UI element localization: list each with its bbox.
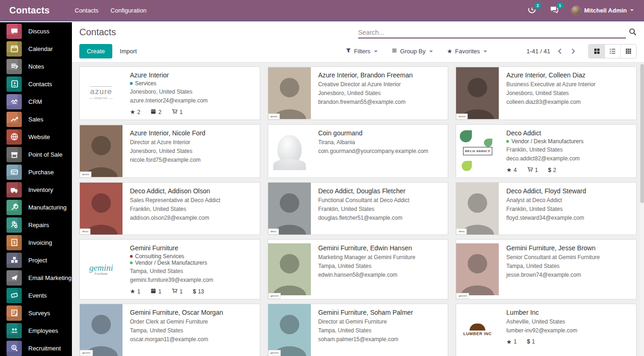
grid-view-button[interactable] bbox=[620, 44, 636, 58]
contact-email[interactable]: lumber-inv92@example.com bbox=[506, 326, 632, 335]
sidebar-item-website[interactable]: Website bbox=[0, 128, 72, 146]
scrollbar[interactable] bbox=[640, 64, 644, 356]
contact-email[interactable]: azure.Interior24@example.com bbox=[130, 96, 256, 105]
favorites-dropdown[interactable]: ★ Favorites bbox=[447, 48, 487, 55]
badge-dollar[interactable]: $13 bbox=[193, 288, 204, 295]
user-menu[interactable]: Mitchell Admin bbox=[571, 6, 634, 15]
contact-name[interactable]: Gemini Furniture, Edwin Hansen bbox=[318, 244, 444, 252]
top-menu-item-configuration[interactable]: Configuration bbox=[110, 7, 146, 14]
contact-email[interactable]: coin.gourmand@yourcompany.example.com bbox=[318, 147, 444, 156]
search-input[interactable] bbox=[358, 29, 626, 36]
sidebar-item-project[interactable]: Project bbox=[0, 251, 72, 269]
sidebar-item-invoicing[interactable]: $Invoicing bbox=[0, 234, 72, 251]
contact-name[interactable]: Azure Interior, Colleen Diaz bbox=[506, 71, 632, 79]
contact-card-deco-addict-douglas-fletcher[interactable]: deco Deco Addict, Douglas Fletcher Funct… bbox=[268, 182, 449, 235]
sidebar-item-inventory[interactable]: Inventory bbox=[0, 181, 72, 198]
badge-calendar[interactable]: 2 bbox=[150, 108, 161, 116]
sidebar-item-notes[interactable]: Notes bbox=[0, 57, 72, 75]
contact-name[interactable]: Deco Addict, Douglas Fletcher bbox=[318, 187, 444, 195]
sidebar-item-manufacturing[interactable]: Manufacturing bbox=[0, 198, 72, 216]
contact-email[interactable]: soham.palmer15@example.com bbox=[318, 335, 444, 344]
activity-icon[interactable]: 2 bbox=[527, 5, 537, 15]
contact-name[interactable]: Azure Interior, Brandon Freeman bbox=[318, 71, 444, 79]
sidebar-item-calendar[interactable]: Calendar bbox=[0, 40, 72, 57]
badge-row: ★1$1 bbox=[506, 338, 632, 345]
contact-name[interactable]: Deco Addict bbox=[506, 129, 632, 137]
sidebar-item-repairs[interactable]: Repairs bbox=[0, 216, 72, 234]
contact-card-deco-addict-addison-olson[interactable]: deco Deco Addict, Addison Olson Sales Re… bbox=[79, 182, 260, 235]
contact-name[interactable]: Coin gourmand bbox=[318, 129, 444, 137]
kanban-view-button[interactable] bbox=[589, 44, 605, 58]
contact-card-gemini-furniture-jesse-brown[interactable]: gemini Gemini Furniture, Jesse Brown Sen… bbox=[456, 239, 637, 299]
search-icon[interactable] bbox=[629, 28, 637, 38]
contact-email[interactable]: jesse.brown74@example.com bbox=[506, 271, 632, 280]
contact-email[interactable]: addison.olson28@example.com bbox=[130, 214, 256, 222]
contact-name[interactable]: Deco Addict, Addison Olson bbox=[130, 187, 256, 195]
contact-name[interactable]: Azure Interior bbox=[130, 71, 256, 79]
contact-card-azure-interior-nicole-ford[interactable]: azure Azure Interior, Nicole Ford Direct… bbox=[79, 124, 260, 178]
contact-email[interactable]: deco.addict82@example.com bbox=[506, 154, 632, 163]
contact-email[interactable]: brandon.freeman55@example.com bbox=[318, 98, 444, 107]
badge-dollar[interactable]: $2 bbox=[548, 167, 556, 173]
sidebar-item-email-marketing[interactable]: Email Marketing bbox=[0, 269, 72, 286]
sidebar-item-events[interactable]: Events bbox=[0, 286, 72, 304]
pager-previous-button[interactable] bbox=[557, 48, 563, 54]
contact-name[interactable]: Deco Addict, Floyd Steward bbox=[506, 187, 632, 195]
contact-name[interactable]: Gemini Furniture, Jesse Brown bbox=[506, 244, 632, 252]
sidebar-item-discuss[interactable]: Discuss bbox=[0, 22, 72, 40]
contact-name[interactable]: Azure Interior, Nicole Ford bbox=[130, 129, 256, 137]
list-view-button[interactable] bbox=[605, 44, 620, 58]
badge-cart[interactable]: 1 bbox=[172, 108, 183, 116]
contact-card-deco-addict-floyd-steward[interactable]: deco Deco Addict, Floyd Steward Analyst … bbox=[456, 182, 637, 235]
import-button[interactable]: Import bbox=[120, 48, 137, 55]
sidebar-item-employees[interactable]: Employees bbox=[0, 322, 72, 339]
pager-next-button[interactable] bbox=[570, 48, 576, 54]
contact-email[interactable]: floyd.steward34@example.com bbox=[506, 214, 632, 222]
badge-cart[interactable]: 1 bbox=[172, 288, 183, 295]
calendar-app-icon bbox=[6, 41, 22, 57]
contact-card-azure-interior-colleen-diaz[interactable]: azure Azure Interior, Colleen Diaz Busin… bbox=[456, 66, 637, 120]
contact-email[interactable]: edwin.hansen58@example.com bbox=[318, 271, 444, 280]
sidebar-item-crm[interactable]: CRM bbox=[0, 93, 72, 110]
company-logo-overlay-gemini: gemini bbox=[268, 293, 281, 299]
contact-card-coin-gourmand[interactable]: Coin gourmand Tirana, Albania coin.gourm… bbox=[268, 124, 449, 178]
contact-email[interactable]: nicole.ford75@example.com bbox=[130, 156, 256, 165]
contact-card-gemini-furniture[interactable]: geminiFurniture Gemini Furniture Consult… bbox=[79, 239, 260, 299]
sidebar-item-contacts[interactable]: Contacts bbox=[0, 75, 72, 93]
badge-star[interactable]: ★1 bbox=[130, 288, 140, 295]
contact-card-gemini-furniture-soham-palmer[interactable]: gemini Gemini Furniture, Soham Palmer Di… bbox=[268, 304, 449, 356]
contact-email[interactable]: gemini.furniture39@example.com bbox=[130, 276, 256, 285]
messages-icon[interactable]: 1 bbox=[549, 5, 559, 15]
contact-card-gemini-furniture-edwin-hansen[interactable]: gemini Gemini Furniture, Edwin Hansen Ma… bbox=[268, 239, 449, 299]
filters-dropdown[interactable]: Filters bbox=[346, 48, 378, 55]
top-menu-item-contacts[interactable]: Contacts bbox=[75, 7, 98, 14]
contact-email[interactable]: oscar.morgan11@example.com bbox=[130, 335, 256, 344]
sidebar-item-point-of-sale[interactable]: Point of Sale bbox=[0, 146, 72, 163]
badge-dollar[interactable]: $1 bbox=[527, 338, 535, 345]
contact-card-deco-addict[interactable]: DECO ADDICT Deco Addict Vendor / Desk Ma… bbox=[456, 124, 637, 178]
contact-card-gemini-furniture-oscar-morgan[interactable]: gemini Gemini Furniture, Oscar Morgan Or… bbox=[79, 304, 260, 356]
scrollbar-thumb[interactable] bbox=[640, 64, 644, 203]
badge-calendar[interactable]: 1 bbox=[150, 288, 161, 295]
create-button[interactable]: Create bbox=[79, 44, 112, 58]
sidebar-item-purchase[interactable]: Purchase bbox=[0, 163, 72, 181]
sidebar-item-label: Calendar bbox=[28, 45, 53, 52]
contact-name[interactable]: Lumber Inc bbox=[506, 309, 632, 316]
sidebar-item-surveys[interactable]: Surveys bbox=[0, 304, 72, 322]
contact-card-azure-interior-brandon-freeman[interactable]: azure Azure Interior, Brandon Freeman Cr… bbox=[268, 66, 449, 120]
sidebar-item-recruitment[interactable]: Recruitment bbox=[0, 339, 72, 356]
sidebar-item-sales[interactable]: Sales bbox=[0, 110, 72, 128]
badge-star[interactable]: ★4 bbox=[506, 166, 516, 173]
contact-name[interactable]: Gemini Furniture bbox=[130, 244, 256, 252]
badge-star[interactable]: ★1 bbox=[506, 338, 516, 345]
contact-name[interactable]: Gemini Furniture, Oscar Morgan bbox=[130, 309, 256, 316]
contact-name[interactable]: Gemini Furniture, Soham Palmer bbox=[318, 309, 444, 316]
contact-card-lumber-inc[interactable]: LUMBER INC Lumber Inc Asheville, United … bbox=[456, 304, 637, 356]
app-brand[interactable]: Contacts bbox=[0, 5, 72, 16]
group-by-dropdown[interactable]: Group By bbox=[392, 48, 433, 55]
badge-star[interactable]: ★2 bbox=[130, 108, 140, 115]
badge-cart[interactable]: 1 bbox=[527, 166, 538, 174]
contact-card-azure-interior[interactable]: azure— interior — Azure Interior Service… bbox=[79, 66, 260, 120]
contact-email[interactable]: douglas.fletcher51@example.com bbox=[318, 214, 444, 222]
contact-email[interactable]: colleen.diaz83@example.com bbox=[506, 98, 632, 107]
